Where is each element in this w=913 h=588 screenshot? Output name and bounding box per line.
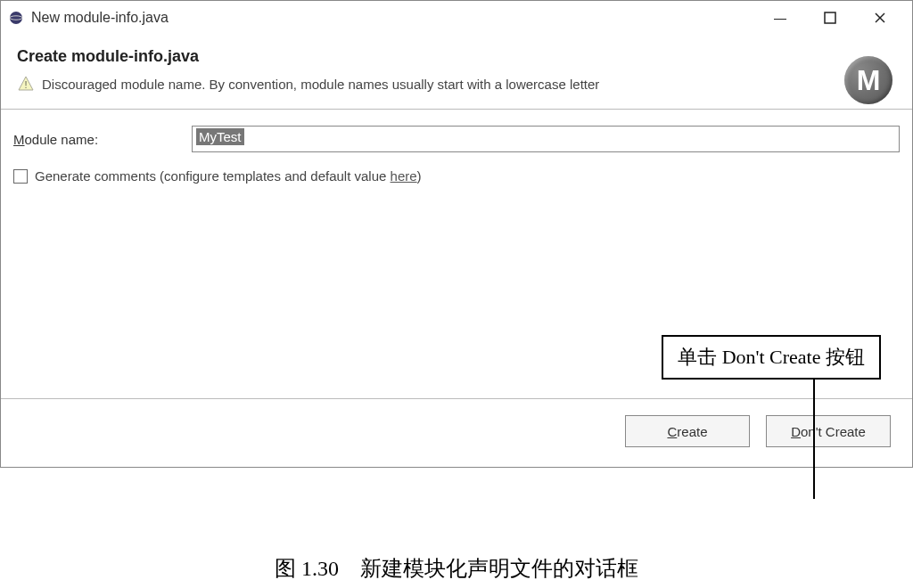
annotation-line <box>813 374 815 499</box>
close-button[interactable] <box>866 7 894 29</box>
module-badge-icon: M <box>844 56 892 104</box>
svg-point-0 <box>10 12 22 24</box>
svg-rect-2 <box>825 12 835 23</box>
dialog-window: New module-info.java — Create module-inf… <box>0 0 913 468</box>
minimize-button[interactable]: — <box>766 7 794 29</box>
generate-comments-label: Generate comments (configure templates a… <box>35 168 422 184</box>
warning-text: Discouraged module name. By convention, … <box>42 77 599 92</box>
here-link[interactable]: here <box>391 168 417 184</box>
window-controls: — <box>766 7 905 29</box>
module-name-row: Module name: MyTest <box>13 126 900 152</box>
module-name-input[interactable]: MyTest <box>192 126 900 152</box>
annotation-callout: 单击 Don't Create 按钮 <box>662 335 881 380</box>
generate-comments-row: Generate comments (configure templates a… <box>13 168 900 184</box>
dont-create-button[interactable]: Don't Create <box>766 415 891 447</box>
maximize-button[interactable] <box>816 7 844 29</box>
warning-icon: ! <box>17 75 35 93</box>
svg-text:!: ! <box>24 79 27 90</box>
module-name-value: MyTest <box>196 128 244 145</box>
dialog-title: Create module-info.java <box>17 47 896 66</box>
module-name-label: Module name: <box>13 132 192 147</box>
figure-caption: 图 1.30 新建模块化声明文件的对话框 <box>0 554 913 583</box>
window-title: New module-info.java <box>31 10 766 26</box>
titlebar: New module-info.java — <box>1 1 912 35</box>
create-button[interactable]: Create <box>625 415 750 447</box>
form-section: Module name: MyTest Generate comments (c… <box>1 110 912 194</box>
generate-comments-checkbox[interactable] <box>13 169 28 184</box>
dialog-header: Create module-info.java ! Discouraged mo… <box>1 35 912 110</box>
eclipse-icon <box>8 10 24 26</box>
warning-row: ! Discouraged module name. By convention… <box>17 75 896 93</box>
button-bar: Create Don't Create <box>1 399 912 467</box>
